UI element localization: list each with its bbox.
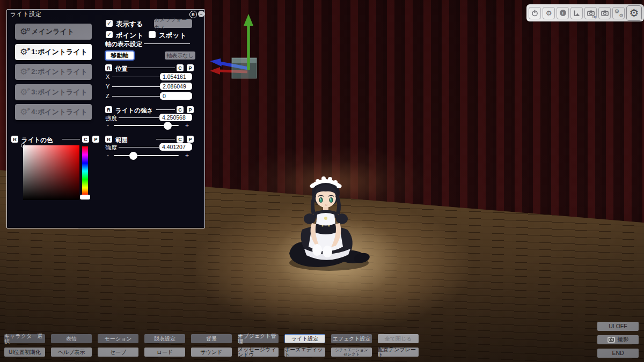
divider-line bbox=[112, 96, 160, 97]
gear-icon: ⚙D bbox=[20, 27, 27, 36]
undress-settings-button[interactable]: 脱衣設定 bbox=[144, 334, 185, 343]
settings-gear-active-button[interactable]: ⚙ bbox=[626, 5, 642, 21]
color-paste-button[interactable]: P bbox=[92, 136, 99, 143]
axis-hide-button[interactable]: 軸表示なし bbox=[165, 51, 195, 60]
y-value-input[interactable]: 2.086049 bbox=[160, 83, 192, 90]
strength-slider-track[interactable] bbox=[114, 125, 179, 126]
settings-gear-icon: ⚙ bbox=[630, 8, 639, 18]
range-label: 範囲 bbox=[115, 136, 128, 144]
background-button[interactable]: 背景 bbox=[191, 334, 232, 343]
message-window-button[interactable]: メッセージウィンドウ bbox=[238, 348, 279, 357]
range-value-input[interactable]: 4.401207 bbox=[159, 143, 192, 151]
strength-paste-button[interactable]: P bbox=[187, 106, 194, 113]
position-label: 位置 bbox=[115, 65, 128, 73]
motion-button[interactable]: モーション bbox=[98, 334, 138, 343]
light-settings-button[interactable]: ライト設定 bbox=[284, 334, 325, 343]
strength-slider-knob[interactable] bbox=[164, 122, 172, 130]
z-value-input[interactable]: 0 bbox=[160, 92, 192, 100]
capture-button[interactable]: 撮影 bbox=[597, 335, 639, 344]
point-checkbox[interactable]: ✓ bbox=[106, 31, 113, 38]
color-reset-button[interactable]: R bbox=[11, 136, 18, 143]
maid-character[interactable] bbox=[282, 172, 370, 275]
x-value-input[interactable]: 1.054161 bbox=[160, 73, 192, 80]
strength-value-input[interactable]: 4.250568 bbox=[159, 114, 192, 121]
divider-line bbox=[119, 147, 159, 147]
main-menu-row-2: UI位置初期化 ヘルプ表示 セーブ ロード サウンド メッセージウィンドウ ポー… bbox=[4, 348, 419, 357]
system-config-button[interactable]: ⚙⚙ bbox=[612, 7, 625, 19]
gears-icon: ⚙⚙ bbox=[614, 9, 623, 17]
ui-off-button[interactable]: UI OFF bbox=[597, 322, 639, 331]
light-item-point-2[interactable]: ⚙P 2:ポイントライト bbox=[15, 64, 92, 80]
move-axis-button[interactable]: 移動軸 bbox=[105, 50, 135, 61]
settings-button[interactable]: ⚙ bbox=[543, 7, 555, 19]
screenshot-button[interactable] bbox=[598, 7, 611, 19]
color-saturation-square[interactable] bbox=[23, 145, 79, 200]
range-minus-label: - bbox=[107, 152, 109, 159]
position-reset-button[interactable]: R bbox=[105, 64, 112, 71]
point-label: ポイント bbox=[116, 31, 143, 40]
divider-line bbox=[119, 117, 159, 118]
position-copy-button[interactable]: C bbox=[177, 64, 184, 71]
divider-line bbox=[112, 77, 160, 77]
ui-position-reset-button[interactable]: UI位置初期化 bbox=[4, 348, 45, 357]
situation-select-button[interactable]: シチュエーション セレクト bbox=[331, 348, 372, 357]
character-select-button[interactable]: キャラクター選択 bbox=[4, 334, 45, 343]
range-field-label: 強度 bbox=[105, 144, 117, 152]
camera-focus-button[interactable]: カメラフォーカス bbox=[154, 19, 192, 28]
divider-line bbox=[144, 43, 190, 44]
panel-minimize-icon[interactable]: – bbox=[198, 11, 204, 17]
sound-button[interactable]: サウンド bbox=[191, 348, 232, 357]
graph-button[interactable] bbox=[570, 7, 583, 19]
light-item-point-4[interactable]: ⚙P 4:ポイントライト bbox=[15, 104, 92, 120]
info-button[interactable]: i bbox=[557, 7, 569, 19]
light-item-point-1[interactable]: ⚙P 1:ポイントライト bbox=[15, 44, 92, 60]
position-paste-button[interactable]: P bbox=[187, 64, 194, 71]
object-manage-button[interactable]: オブジェクト管理 bbox=[238, 334, 279, 343]
z-axis-label: Z bbox=[106, 93, 109, 99]
transform-gizmo[interactable] bbox=[207, 12, 260, 82]
range-slider-knob[interactable] bbox=[129, 152, 137, 160]
help-button[interactable]: ヘルプ表示 bbox=[51, 348, 92, 357]
strength-minus-label: - bbox=[107, 122, 109, 129]
color-label: ライトの色 bbox=[21, 136, 53, 144]
divider-line bbox=[62, 139, 80, 139]
hud-buttons: UI OFF 撮影 END bbox=[597, 322, 639, 358]
power-icon bbox=[531, 10, 538, 17]
color-picker-cursor[interactable] bbox=[21, 143, 25, 147]
light-item-main[interactable]: ⚙D メインライト bbox=[15, 24, 92, 40]
expression-button[interactable]: 表情 bbox=[51, 334, 92, 343]
range-paste-button[interactable]: P bbox=[187, 136, 194, 143]
spot-checkbox[interactable] bbox=[149, 31, 156, 38]
main-menu-row-1: キャラクター選択 表情 モーション 脱衣設定 背景 オブジェクト管理 ライト設定… bbox=[4, 334, 419, 343]
strength-plus-label: + bbox=[185, 122, 189, 129]
y-axis-label: Y bbox=[106, 83, 109, 90]
range-copy-button[interactable]: C bbox=[177, 136, 184, 143]
load-button[interactable]: ロード bbox=[144, 348, 185, 357]
hue-slider[interactable] bbox=[82, 146, 88, 196]
spot-label: スポット bbox=[159, 31, 186, 40]
range-slider-track[interactable] bbox=[114, 155, 179, 156]
screenshot-ui-button[interactable]: UI bbox=[584, 7, 597, 19]
strength-reset-button[interactable]: R bbox=[105, 106, 112, 113]
range-reset-button[interactable]: R bbox=[105, 136, 112, 143]
show-checkbox[interactable]: ✓ bbox=[106, 20, 113, 27]
color-copy-button[interactable]: C bbox=[82, 136, 89, 143]
pose-edit-button[interactable]: ポーズエディット bbox=[284, 348, 325, 357]
graph-icon bbox=[573, 10, 580, 17]
end-button[interactable]: END bbox=[597, 349, 639, 358]
situation-select-line2: セレクト bbox=[343, 352, 360, 357]
light-item-point-3[interactable]: ⚙P 3:ポイントライト bbox=[15, 84, 92, 100]
light-item-label: 2:ポイントライト bbox=[31, 67, 87, 77]
panel-title: ライト設定 bbox=[10, 10, 41, 18]
camera-icon bbox=[608, 337, 615, 343]
strength-copy-button[interactable]: C bbox=[177, 106, 184, 113]
x-axis-label: X bbox=[106, 73, 109, 80]
strength-field-label: 強度 bbox=[105, 114, 117, 122]
info-icon: i bbox=[560, 10, 566, 16]
close-all-button[interactable]: 全て閉じる bbox=[378, 334, 419, 343]
hue-slider-handle[interactable] bbox=[80, 195, 90, 200]
placement-template-button[interactable]: 配置テンプレート bbox=[378, 348, 419, 357]
effect-settings-button[interactable]: エフェクト設定 bbox=[331, 334, 372, 343]
save-button[interactable]: セーブ bbox=[98, 348, 138, 357]
power-button[interactable] bbox=[529, 7, 541, 19]
